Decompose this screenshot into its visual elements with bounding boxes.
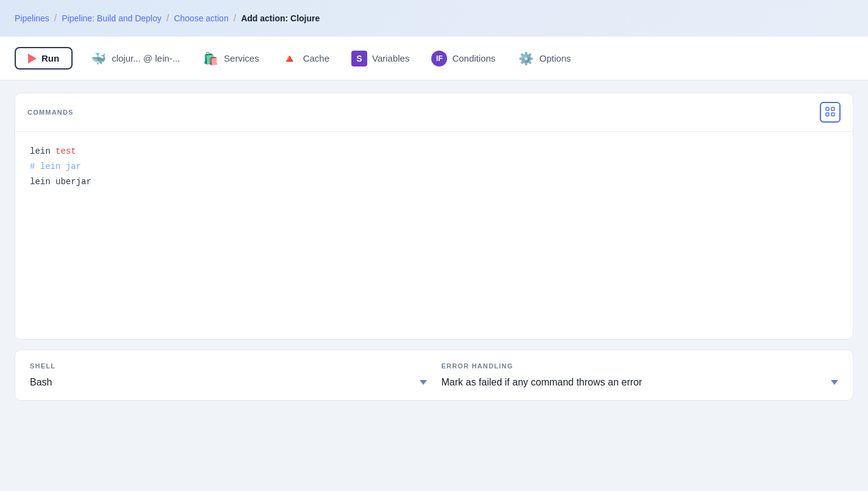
options-icon: ⚙️ bbox=[517, 50, 534, 67]
code-uberjar: lein uberjar bbox=[30, 177, 91, 187]
tab-clojure-label: clojur... @ lein-... bbox=[112, 53, 180, 63]
error-handling-field: ERROR HANDLING Mark as failed if any com… bbox=[442, 362, 839, 388]
expand-button[interactable] bbox=[820, 102, 841, 123]
commands-card: COMMANDS lein test # lein jar bbox=[15, 93, 853, 340]
shell-label: SHELL bbox=[30, 362, 427, 370]
breadcrumb-sep-3: / bbox=[234, 13, 236, 24]
tab-cache-label: Cache bbox=[303, 53, 329, 63]
code-test: test bbox=[56, 146, 76, 156]
tab-services[interactable]: 🛍️ Services bbox=[192, 45, 269, 72]
tab-clojure[interactable]: 🐳 clojur... @ lein-... bbox=[80, 45, 190, 72]
expand-icon bbox=[825, 107, 835, 118]
tab-run-label: Run bbox=[41, 53, 59, 63]
code-comment: # lein jar bbox=[30, 162, 81, 171]
conditions-icon: IF bbox=[431, 51, 447, 66]
main-content: COMMANDS lein test # lein jar bbox=[0, 81, 868, 413]
breadcrumb-sep-1: / bbox=[54, 13, 57, 24]
error-handling-chevron-icon[interactable] bbox=[831, 380, 838, 385]
tab-conditions-label: Conditions bbox=[452, 53, 495, 63]
error-handling-label: ERROR HANDLING bbox=[442, 362, 839, 370]
breadcrumb-pipeline-build[interactable]: Pipeline: Build and Deploy bbox=[62, 13, 161, 23]
shell-select[interactable]: Bash bbox=[30, 377, 427, 388]
code-line-2: # lein jar bbox=[30, 159, 838, 174]
commands-label: COMMANDS bbox=[27, 109, 74, 116]
tab-bar: Run 🐳 clojur... @ lein-... 🛍️ Services 🔺… bbox=[0, 37, 868, 81]
svg-rect-1 bbox=[831, 107, 834, 110]
breadcrumb: Pipelines / Pipeline: Build and Deploy /… bbox=[0, 0, 868, 37]
error-handling-select[interactable]: Mark as failed if any command throws an … bbox=[442, 377, 839, 388]
svg-rect-3 bbox=[831, 113, 834, 116]
services-icon: 🛍️ bbox=[202, 50, 219, 67]
code-lein-1: lein bbox=[30, 146, 56, 156]
code-line-1: lein test bbox=[30, 144, 838, 159]
code-line-3: lein uberjar bbox=[30, 174, 838, 190]
shell-error-card: SHELL Bash ERROR HANDLING Mark as failed… bbox=[15, 349, 853, 401]
tab-cache[interactable]: 🔺 Cache bbox=[271, 45, 339, 72]
shell-value: Bash bbox=[30, 377, 420, 388]
tab-run[interactable]: Run bbox=[15, 47, 73, 70]
tab-variables-label: Variables bbox=[372, 53, 409, 63]
shell-field: SHELL Bash bbox=[30, 362, 427, 388]
cache-icon: 🔺 bbox=[281, 50, 298, 67]
tab-options[interactable]: ⚙️ Options bbox=[508, 45, 581, 72]
commands-header: COMMANDS bbox=[15, 93, 853, 132]
variables-icon: S bbox=[351, 51, 367, 66]
breadcrumb-sep-2: / bbox=[167, 13, 169, 24]
tab-variables[interactable]: S Variables bbox=[342, 46, 419, 71]
breadcrumb-current: Add action: Clojure bbox=[241, 13, 320, 23]
svg-rect-2 bbox=[826, 113, 829, 116]
docker-icon: 🐳 bbox=[90, 50, 107, 67]
code-area[interactable]: lein test # lein jar lein uberjar bbox=[15, 132, 853, 339]
shell-chevron-icon[interactable] bbox=[420, 380, 427, 385]
tab-options-label: Options bbox=[539, 53, 571, 63]
run-icon bbox=[28, 54, 37, 63]
breadcrumb-choose-action[interactable]: Choose action bbox=[174, 13, 229, 23]
error-handling-value: Mark as failed if any command throws an … bbox=[442, 377, 831, 388]
breadcrumb-pipelines[interactable]: Pipelines bbox=[15, 13, 49, 23]
tab-services-label: Services bbox=[224, 53, 259, 63]
svg-rect-0 bbox=[826, 107, 829, 110]
tab-conditions[interactable]: IF Conditions bbox=[421, 46, 505, 71]
